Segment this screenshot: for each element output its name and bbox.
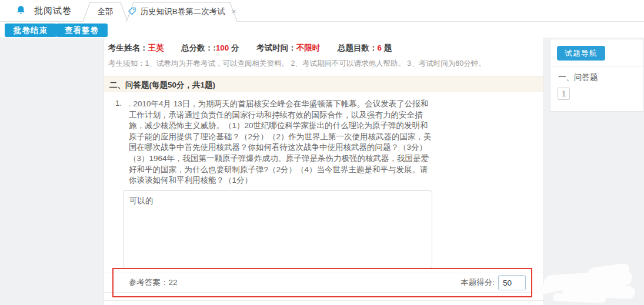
finish-grading-button[interactable]: 批卷结束 (5, 24, 56, 37)
question-block: 1. . 2010年4月 13日，为期两天的首届核安全峰会在华盛顿落下帷幕。会议… (104, 99, 543, 271)
exam-paper-panel: 考生姓名：王英 总分数：:100 分 考试时间：不限时 总题目数：6 题 考生须… (104, 38, 544, 305)
answer-textarea[interactable]: 可以的 (123, 190, 432, 269)
nav-section-label: 一、问答题 (558, 72, 643, 83)
grading-row: 参考答案：22 本题得分: (104, 273, 543, 293)
reference-answer-value: 22 (169, 278, 178, 287)
question-number: 1. (115, 99, 122, 108)
reference-answer: 参考答案：22 (129, 277, 178, 288)
exam-time-item: 考试时间：不限时 (256, 43, 320, 52)
student-name-value: 王英 (148, 43, 164, 52)
grading-page: 批阅试卷 全部 (0, 0, 644, 305)
smudge-blob (588, 263, 630, 278)
total-score-value: 100 (216, 43, 229, 52)
question-text: . 2010年4月 13日，为期两天的首届核安全峰会在华盛顿落下帷幕。会议发表了… (129, 99, 433, 186)
tab-all-label: 全部 (98, 6, 114, 17)
exam-info-row: 考生姓名：王英 总分数：:100 分 考试时间：不限时 总题目数：6 题 (108, 43, 543, 53)
nav-divider (550, 66, 643, 66)
tab-exam[interactable]: 历史知识B卷第二次考试 × (126, 0, 238, 22)
exam-time-value: 不限时 (296, 43, 321, 52)
tab-exam-label: 历史知识B卷第二次考试 (141, 6, 225, 17)
section-header: 二、问答题(每题50分，共1题) (104, 76, 543, 92)
close-icon[interactable]: × (232, 8, 236, 15)
question-nav-button[interactable]: 试题导航 (557, 46, 605, 61)
question-count-item: 总题目数：6 题 (338, 43, 392, 52)
smudge-blob (562, 283, 636, 300)
top-header: 批阅试卷 全部 (0, 0, 644, 22)
bottom-divider (104, 300, 543, 301)
bell-icon[interactable] (16, 5, 26, 16)
toolbar: 批卷结束 查看整卷 (0, 22, 644, 38)
grading-row-wrap: 参考答案：22 本题得分: (104, 273, 543, 293)
question-count-value: 6 (378, 43, 382, 52)
question-navigator: 试题导航 一、问答题 1 (550, 39, 644, 112)
total-score-item: 总分数：:100 分 (181, 43, 239, 52)
tag-icon (128, 7, 136, 16)
score-area: 本题得分: (461, 275, 526, 290)
smudge-blob (543, 270, 632, 291)
page-title: 批阅试卷 (34, 5, 72, 16)
smudge-blob (553, 293, 606, 303)
score-input[interactable] (498, 275, 526, 290)
view-whole-paper-button[interactable]: 查看整卷 (56, 24, 108, 37)
student-name-item: 考生姓名：王英 (108, 43, 164, 52)
content-area: 考生姓名：王英 总分数：:100 分 考试时间：不限时 总题目数：6 题 考生须… (0, 38, 644, 305)
question-nav-item-1[interactable]: 1 (558, 88, 570, 100)
exam-notice: 考生须知：1、试卷均为开卷考试，可以查阅相关资料。 2、考试期间不可以请求他人帮… (108, 59, 543, 69)
tab-bar: 全部 历史知识B卷第二次考试 × (82, 0, 238, 22)
tab-all[interactable]: 全部 (82, 0, 128, 22)
score-label: 本题得分: (461, 277, 495, 288)
